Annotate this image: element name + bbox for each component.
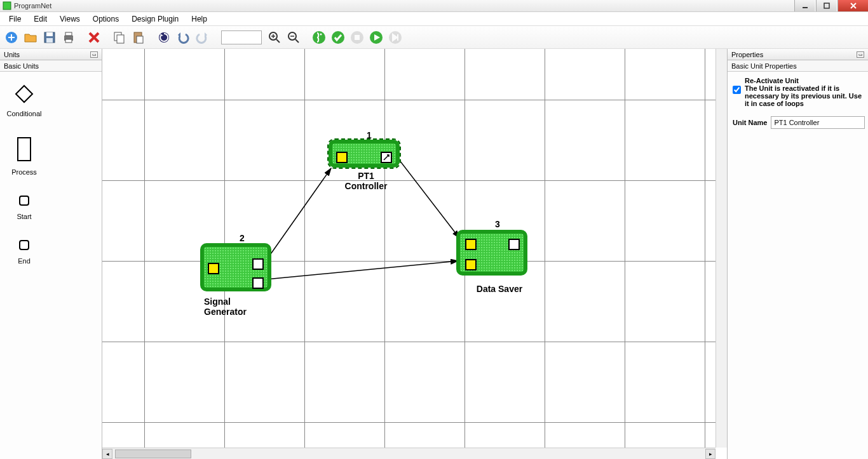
svg-rect-9 [65, 39, 72, 43]
right-panel-header: Properties ▭ [728, 49, 868, 60]
svg-point-18 [320, 33, 322, 35]
vertical-scrollbar[interactable] [715, 49, 727, 448]
palette-conditional[interactable]: Conditional [5, 84, 43, 117]
node-data-saver[interactable] [456, 230, 527, 276]
node-label: Signal Generator [204, 296, 280, 317]
search-input[interactable] [221, 30, 262, 44]
zoom-out-button[interactable] [285, 29, 302, 46]
stop-button[interactable] [348, 29, 366, 46]
svg-rect-2 [824, 3, 829, 8]
menu-file[interactable]: File [3, 13, 27, 25]
right-panel-subtitle: Basic Unit Properties [731, 62, 797, 70]
palette-process[interactable]: Process [5, 136, 43, 176]
refresh-button[interactable] [155, 29, 173, 46]
connection [266, 168, 331, 260]
node-number: 2 [240, 233, 245, 243]
minimize-button[interactable] [794, 0, 815, 11]
node-number: 1 [367, 130, 372, 140]
scroll-left-icon[interactable]: ◂ [102, 449, 112, 459]
svg-rect-8 [65, 32, 72, 36]
node-port-out[interactable] [252, 277, 264, 289]
square-icon [18, 195, 30, 206]
save-button[interactable] [41, 29, 58, 46]
close-button[interactable] [837, 0, 868, 11]
menu-design-plugin[interactable]: Design Plugin [125, 13, 185, 25]
reactivate-checkbox[interactable] [733, 86, 741, 94]
open-button[interactable] [22, 29, 39, 46]
palette-item-label: Conditional [6, 110, 41, 117]
svg-rect-5 [46, 32, 53, 36]
node-label: PT1 Controller [331, 171, 401, 191]
connections-layer [102, 49, 712, 449]
scroll-right-icon[interactable]: ▸ [705, 449, 715, 459]
right-panel-title: Properties [731, 51, 763, 58]
window-title: ProgramNet [14, 2, 51, 10]
left-panel-header: Units ▭ [0, 49, 102, 60]
new-button[interactable] [3, 29, 20, 46]
app-icon [3, 1, 11, 10]
connection [396, 156, 459, 238]
reactivate-property: Re-Activate Unit The Unit is reactivated… [733, 77, 863, 107]
node-signal-generator[interactable] [200, 243, 271, 291]
svg-rect-24 [18, 138, 31, 161]
palette-item-label: Start [17, 213, 31, 220]
left-panel: Units ▭ Basic Units Conditional Process … [0, 49, 102, 459]
zoom-in-button[interactable] [266, 29, 283, 46]
left-panel-subtitle: Basic Units [4, 62, 39, 70]
node-port-in[interactable] [465, 259, 477, 270]
palette-item-label: End [18, 257, 31, 265]
svg-rect-13 [137, 36, 143, 43]
run-button[interactable] [310, 29, 328, 46]
node-label: Data Saver [461, 284, 538, 294]
horizontal-scrollbar[interactable]: ◂ ▸ [102, 448, 715, 459]
copy-button[interactable] [111, 29, 128, 46]
right-panel: Properties ▭ Basic Unit Properties Re-Ac… [727, 49, 868, 459]
validate-button[interactable] [329, 29, 347, 46]
main-area: Units ▭ Basic Units Conditional Process … [0, 49, 868, 459]
title-bar: ProgramNet [0, 0, 868, 12]
palette-start[interactable]: Start [5, 195, 43, 220]
node-port-in[interactable] [208, 263, 219, 274]
node-number: 3 [495, 219, 500, 229]
properties-body: Re-Activate Unit The Unit is reactivated… [728, 72, 868, 134]
window-controls [793, 0, 868, 11]
node-pt1-controller[interactable] [329, 140, 400, 168]
left-panel-subheader: Basic Units [0, 60, 102, 72]
menu-options[interactable]: Options [86, 13, 125, 25]
node-port-in[interactable] [336, 152, 348, 163]
menu-edit[interactable]: Edit [27, 13, 53, 25]
toolbar [0, 26, 868, 49]
reactivate-label: Re-Activate Unit [745, 77, 863, 84]
menu-help[interactable]: Help [185, 13, 214, 25]
node-port-out[interactable] [508, 239, 520, 250]
redo-button[interactable] [193, 29, 211, 46]
undock-icon[interactable]: ▭ [857, 51, 864, 58]
palette-item-label: Process [11, 168, 37, 176]
palette: Conditional Process Start End [0, 72, 102, 277]
step-button[interactable] [386, 29, 404, 46]
print-button[interactable] [60, 29, 78, 46]
svg-rect-26 [20, 241, 29, 249]
menu-views[interactable]: Views [53, 13, 86, 25]
palette-end[interactable]: End [5, 239, 43, 265]
svg-rect-0 [3, 2, 11, 10]
maximize-button[interactable] [816, 0, 836, 11]
delete-button[interactable] [85, 29, 103, 46]
node-port-out[interactable] [252, 258, 264, 270]
unit-name-label: Unit Name [733, 119, 767, 126]
unit-name-field[interactable] [771, 116, 865, 129]
node-port-in[interactable] [465, 239, 477, 250]
svg-point-17 [313, 31, 325, 44]
undock-icon[interactable]: ▭ [90, 51, 98, 58]
paste-button[interactable] [130, 29, 147, 46]
svg-rect-1 [803, 7, 808, 8]
play-button[interactable] [367, 29, 385, 46]
undo-button[interactable] [174, 29, 192, 46]
diamond-icon [15, 84, 34, 103]
menu-bar: File Edit Views Options Design Plugin He… [0, 12, 868, 26]
canvas-grid[interactable]: 1 PT1 Controller 2 Signal Generator 3 [102, 49, 715, 448]
svg-rect-6 [46, 38, 53, 43]
canvas-area[interactable]: 1 PT1 Controller 2 Signal Generator 3 [102, 49, 727, 459]
node-port-out[interactable] [381, 152, 392, 163]
scroll-thumb[interactable] [115, 449, 191, 458]
